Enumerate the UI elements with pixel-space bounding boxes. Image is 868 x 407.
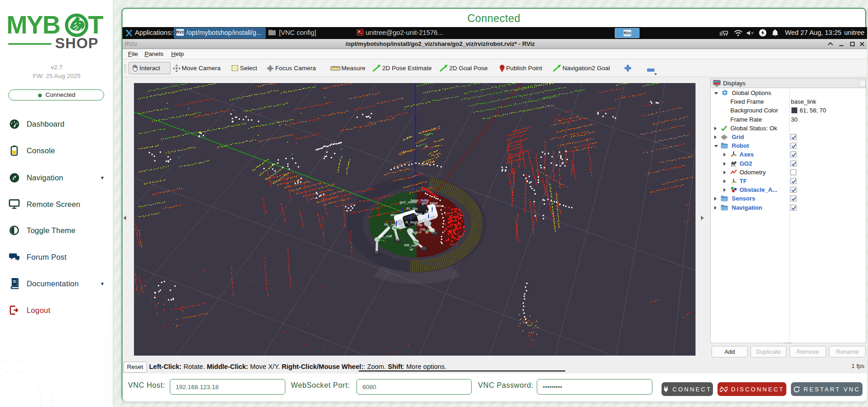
svg-text:RL_hip: RL_hip bbox=[384, 223, 396, 227]
svg-text:ot: ot bbox=[425, 230, 428, 234]
svg-text:ot: ot bbox=[410, 247, 413, 251]
svg-text:high F: high F bbox=[412, 230, 422, 234]
svg-text:base_link: base_link bbox=[414, 212, 430, 216]
svg-text:ot: ot bbox=[396, 237, 399, 241]
svg-text:R_thigh: R_thigh bbox=[406, 220, 418, 224]
svg-text:SHOP: SHOP bbox=[55, 35, 99, 51]
svg-text:FL_hip: FL_hip bbox=[406, 206, 418, 211]
svg-text:hip: hip bbox=[417, 223, 423, 227]
svg-text:MYB: MYB bbox=[6, 11, 60, 39]
svg-text:w_frame: w_frame bbox=[429, 204, 444, 208]
svg-text:x_link: x_link bbox=[422, 217, 431, 221]
svg-text:stereo_f: stereo_f bbox=[390, 213, 404, 217]
svg-text:RL_calf: RL_calf bbox=[379, 234, 392, 238]
svg-text:RR_calf: RR_calf bbox=[404, 243, 417, 247]
